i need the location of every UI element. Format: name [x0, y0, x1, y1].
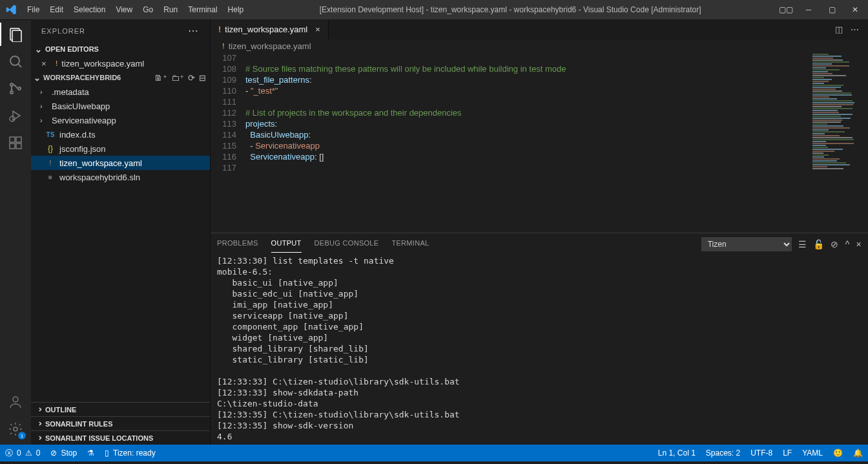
code-lines[interactable]: # Source files matching these patterns w… — [245, 52, 810, 233]
yaml-file-icon: ! — [45, 160, 56, 167]
tab-output[interactable]: OUTPUT — [271, 237, 302, 253]
code-editor[interactable]: 107108109110111112113114115116117 # Sour… — [211, 52, 810, 233]
menu-terminal[interactable]: Terminal — [183, 3, 222, 17]
clear-output-icon[interactable]: ⊘ — [831, 239, 838, 249]
svg-point-4 — [10, 83, 13, 86]
file-item[interactable]: {}jsconfig.json — [31, 142, 210, 156]
indent-status[interactable]: Spaces: 2 — [706, 448, 740, 458]
outline-header[interactable]: ⌄OUTLINE — [31, 402, 210, 416]
menu-file[interactable]: File — [23, 3, 44, 17]
close-icon[interactable]: × — [41, 59, 52, 69]
sonarlint-rules-header[interactable]: ⌄SONARLINT RULES — [31, 416, 210, 430]
svg-rect-9 — [10, 137, 15, 142]
open-editors-header[interactable]: ⌄ OPEN EDITORS — [31, 42, 210, 56]
notifications-icon[interactable]: 🔔 — [853, 448, 863, 458]
layout-toggle-icon[interactable]: ▢▢ — [779, 5, 792, 14]
tree-label: BasicUIwebapp — [52, 101, 110, 111]
minimize-button[interactable]: ─ — [802, 5, 815, 14]
file-item[interactable]: !tizen_workspace.yaml — [31, 156, 210, 170]
svg-marker-7 — [13, 111, 20, 120]
settings-gear-icon[interactable]: 1 — [6, 420, 25, 438]
stop-label[interactable]: Stop — [61, 448, 77, 458]
editor-tab[interactable]: ! tizen_workspace.yaml × — [211, 19, 329, 39]
source-control-icon[interactable] — [6, 79, 25, 98]
warnings-count: 0 — [36, 448, 41, 458]
menu-view[interactable]: View — [111, 3, 137, 17]
search-icon[interactable] — [6, 52, 25, 70]
title-bar: File Edit Selection View Go Run Terminal… — [0, 0, 868, 19]
activity-bar: 1 — [0, 19, 31, 445]
new-file-icon[interactable]: 🗎⁺ — [154, 73, 167, 83]
accounts-icon[interactable] — [6, 393, 25, 411]
sonarlint-rules-label: SONARLINT RULES — [45, 420, 113, 428]
main-menu: File Edit Selection View Go Run Terminal… — [23, 3, 248, 17]
device-icon[interactable]: ▯ — [105, 448, 109, 458]
tab-debug-console[interactable]: DEBUG CONSOLE — [315, 237, 379, 252]
editor-more-icon[interactable]: ⋯ — [851, 25, 859, 34]
breadcrumb[interactable]: ! tizen_workspace.yaml — [211, 39, 868, 52]
beaker-icon[interactable]: ⚗ — [87, 448, 94, 458]
lock-scroll-icon[interactable]: 🔓 — [813, 239, 824, 249]
menu-run[interactable]: Run — [159, 3, 182, 17]
close-tab-icon[interactable]: × — [311, 25, 320, 34]
cursor-position[interactable]: Ln 1, Col 1 — [658, 448, 696, 458]
eol-status[interactable]: LF — [783, 448, 792, 458]
chevron-right-icon: › — [40, 88, 48, 96]
sonarlint-issues-label: SONARLINT ISSUE LOCATIONS — [45, 434, 153, 442]
tab-problems[interactable]: PROBLEMS — [217, 237, 258, 252]
output-channel-select[interactable]: Tizen — [701, 237, 792, 251]
menu-selection[interactable]: Selection — [69, 3, 110, 17]
chevron-right-icon: ⌄ — [34, 419, 43, 428]
svg-rect-12 — [16, 143, 21, 149]
open-editor-item[interactable]: × ! tizen_workspace.yaml — [31, 56, 210, 70]
close-window-button[interactable]: ✕ — [849, 5, 862, 14]
menu-go[interactable]: Go — [138, 3, 158, 17]
folder-item[interactable]: ›Servicenativeapp — [31, 113, 210, 127]
tree-label: workspacehybrid6.sln — [59, 173, 140, 182]
svg-rect-10 — [16, 137, 21, 142]
bottom-panel: PROBLEMS OUTPUT DEBUG CONSOLE TERMINAL T… — [211, 233, 868, 445]
new-folder-icon[interactable]: 🗀⁺ — [171, 73, 184, 83]
menu-help[interactable]: Help — [223, 3, 249, 17]
chevron-down-icon: ⌄ — [34, 45, 43, 54]
collapse-all-icon[interactable]: ⊟ — [199, 73, 206, 83]
refresh-icon[interactable]: ⟳ — [188, 73, 195, 83]
menu-edit[interactable]: Edit — [45, 3, 68, 17]
language-status[interactable]: YAML — [802, 448, 823, 458]
errors-count: 0 — [17, 448, 21, 458]
sonarlint-issues-header[interactable]: ⌄SONARLINT ISSUE LOCATIONS — [31, 430, 210, 445]
encoding-status[interactable]: UTF-8 — [750, 448, 772, 458]
stop-icon[interactable]: ⊘ — [50, 448, 57, 458]
output-content[interactable]: [12:33:30] list templates -t native mobi… — [211, 255, 868, 445]
split-editor-icon[interactable]: ◫ — [835, 25, 843, 34]
file-item[interactable]: ≡workspacehybrid6.sln — [31, 170, 210, 184]
ts-file-icon: TS — [45, 131, 56, 138]
svg-point-6 — [18, 87, 21, 90]
folder-item[interactable]: ›BasicUIwebapp — [31, 99, 210, 113]
tizen-status[interactable]: Tizen: ready — [113, 448, 156, 458]
minimap[interactable] — [810, 52, 868, 233]
tree-label: tizen_workspace.yaml — [59, 158, 142, 168]
editor-area: ! tizen_workspace.yaml × ◫ ⋯ ! tizen_wor… — [211, 19, 868, 445]
explorer-more-icon[interactable]: ⋯ — [188, 25, 200, 37]
warnings-icon[interactable]: ⚠ — [25, 448, 32, 458]
feedback-icon[interactable]: 🙂 — [833, 448, 843, 458]
maximize-panel-icon[interactable]: ^ — [845, 239, 850, 249]
extensions-icon[interactable] — [6, 134, 25, 152]
open-editors-label: OPEN EDITORS — [45, 45, 99, 53]
filter-icon[interactable]: ☰ — [798, 239, 807, 249]
folder-item[interactable]: ›.metadata — [31, 85, 210, 99]
workspace-name: WORKSPACEHYBRID6 — [43, 74, 121, 81]
file-item[interactable]: TSindex.d.ts — [31, 127, 210, 142]
workspace-header[interactable]: ⌄ WORKSPACEHYBRID6 🗎⁺ 🗀⁺ ⟳ ⊟ — [31, 70, 210, 85]
explorer-icon[interactable] — [6, 25, 25, 43]
tree-label: .metadata — [52, 87, 89, 97]
svg-point-2 — [10, 56, 19, 65]
breadcrumb-file: tizen_workspace.yaml — [229, 41, 311, 51]
maximize-button[interactable]: ▢ — [825, 5, 838, 14]
close-panel-icon[interactable]: × — [856, 239, 862, 249]
svg-line-3 — [18, 64, 21, 67]
tab-terminal[interactable]: TERMINAL — [391, 237, 429, 252]
run-debug-icon[interactable] — [6, 107, 25, 125]
errors-icon[interactable]: ⓧ — [5, 448, 13, 459]
